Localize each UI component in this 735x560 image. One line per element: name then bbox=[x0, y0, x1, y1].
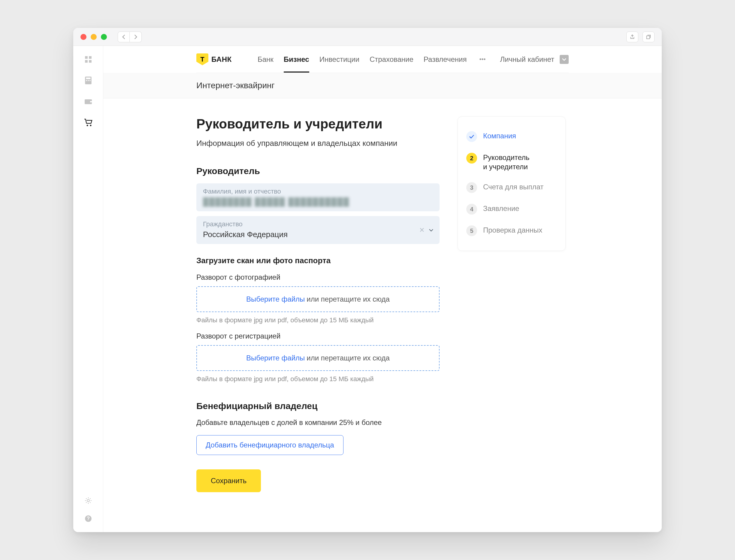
tab-bank[interactable]: Банк bbox=[257, 46, 273, 73]
step-application[interactable]: 4 Заявление bbox=[466, 198, 557, 220]
clear-icon[interactable]: ✕ bbox=[419, 226, 425, 234]
more-icon[interactable]: ••• bbox=[477, 56, 488, 63]
subheader: Интернет-эквайринг bbox=[103, 73, 662, 98]
citizenship-label: Гражданство bbox=[203, 220, 433, 228]
gear-icon[interactable] bbox=[84, 496, 93, 505]
titlebar bbox=[73, 28, 662, 46]
svg-rect-2 bbox=[89, 56, 92, 59]
step-label: Руководитель и учредители bbox=[483, 153, 530, 171]
svg-rect-7 bbox=[86, 80, 87, 81]
share-button[interactable] bbox=[626, 32, 638, 42]
step-verification[interactable]: 5 Проверка данных bbox=[466, 220, 557, 242]
file-hint-reg: Файлы в формате jpg или pdf, объемом до … bbox=[196, 375, 440, 383]
dropzone-hint: или перетащите их сюда bbox=[306, 295, 390, 303]
step-label: Компания bbox=[483, 131, 516, 140]
step-label: Заявление bbox=[483, 204, 519, 213]
minimize-window-icon[interactable] bbox=[91, 34, 97, 40]
beneficiary-heading: Бенефициарный владелец bbox=[196, 401, 440, 411]
nav-forward-button[interactable] bbox=[130, 32, 142, 42]
svg-rect-8 bbox=[88, 80, 89, 81]
dropzone-link[interactable]: Выберите файлы bbox=[246, 354, 305, 362]
wallet-icon[interactable] bbox=[84, 97, 93, 106]
citizenship-field[interactable]: Гражданство Российская Федерация ✕ bbox=[196, 216, 440, 244]
page-title: Руководитель и учредители bbox=[196, 116, 440, 131]
maximize-window-icon[interactable] bbox=[101, 34, 107, 40]
nav-arrows bbox=[118, 32, 142, 42]
main-content: Руководитель и учредители Информация об … bbox=[196, 116, 440, 492]
close-window-icon[interactable] bbox=[80, 34, 86, 40]
logo-text: БАНК bbox=[211, 55, 232, 64]
avatar-icon[interactable] bbox=[560, 55, 569, 64]
subheader-title: Интернет-эквайринг bbox=[196, 73, 569, 98]
svg-point-13 bbox=[90, 125, 91, 126]
step-badge: 2 bbox=[466, 153, 477, 164]
passport-heading: Загрузите скан или фото паспорта bbox=[196, 256, 440, 265]
svg-rect-1 bbox=[85, 56, 88, 59]
dropzone-registration[interactable]: Выберите файлы или перетащите их сюда bbox=[196, 345, 440, 371]
logo[interactable]: Т БАНК bbox=[196, 53, 232, 65]
content-scroll[interactable]: Т БАНК Банк Бизнес Инвестиции Страховани… bbox=[103, 46, 662, 532]
calculator-icon[interactable] bbox=[84, 76, 93, 85]
svg-rect-4 bbox=[89, 60, 92, 63]
file-hint-photo: Файлы в формате jpg или pdf, объемом до … bbox=[196, 316, 440, 324]
account-link[interactable]: Личный кабинет bbox=[500, 55, 554, 64]
citizenship-value: Российская Федерация bbox=[203, 230, 433, 239]
nav-back-button[interactable] bbox=[118, 32, 130, 42]
left-rail: ? bbox=[73, 46, 103, 532]
svg-rect-0 bbox=[647, 36, 650, 39]
svg-rect-9 bbox=[89, 80, 90, 81]
add-beneficiary-button[interactable]: Добавить бенефициарного владельца bbox=[196, 435, 343, 455]
svg-text:?: ? bbox=[87, 516, 90, 521]
tab-insurance[interactable]: Страхование bbox=[370, 46, 414, 73]
window-controls bbox=[80, 34, 107, 40]
step-badge: 3 bbox=[466, 182, 477, 193]
fio-label: Фамилия, имя и отчество bbox=[203, 188, 433, 195]
tabs-button[interactable] bbox=[643, 32, 655, 42]
upload-reg-label: Разворот с регистрацией bbox=[196, 332, 440, 340]
tab-business[interactable]: Бизнес bbox=[284, 46, 309, 73]
page-subtitle: Информация об управляющем и владельцах к… bbox=[196, 139, 440, 148]
beneficiary-desc: Добавьте владельцев с долей в компании 2… bbox=[196, 418, 440, 427]
tab-investments[interactable]: Инвестиции bbox=[319, 46, 359, 73]
grid-icon[interactable] bbox=[84, 55, 93, 64]
step-badge: 5 bbox=[466, 225, 477, 236]
fio-field[interactable]: Фамилия, имя и отчество ████████ █████ █… bbox=[196, 183, 440, 211]
logo-mark-icon: Т bbox=[196, 53, 208, 65]
svg-point-14 bbox=[87, 499, 89, 502]
upload-photo-label: Разворот с фотографией bbox=[196, 273, 440, 282]
stepper: Компания 2 Руководитель и учредители 3 С… bbox=[458, 116, 566, 251]
step-accounts[interactable]: 3 Счета для выплат bbox=[466, 177, 557, 198]
step-badge: 4 bbox=[466, 204, 477, 215]
topnav: Т БАНК Банк Бизнес Инвестиции Страховани… bbox=[196, 46, 569, 73]
dropzone-link[interactable]: Выберите файлы bbox=[246, 295, 305, 303]
svg-rect-3 bbox=[85, 60, 88, 63]
fio-value: ████████ █████ ██████████ bbox=[203, 197, 433, 206]
dropzone-photo[interactable]: Выберите файлы или перетащите их сюда bbox=[196, 286, 440, 312]
svg-point-12 bbox=[86, 125, 88, 126]
check-icon bbox=[466, 131, 477, 142]
browser-window: ? Т БАНК Банк Бизнес Инвестиции Страхова… bbox=[73, 28, 662, 532]
dropzone-hint: или перетащите их сюда bbox=[306, 354, 390, 362]
svg-rect-11 bbox=[90, 101, 92, 102]
save-button[interactable]: Сохранить bbox=[196, 469, 261, 492]
step-management[interactable]: 2 Руководитель и учредители bbox=[466, 147, 557, 177]
step-company[interactable]: Компания bbox=[466, 126, 557, 147]
svg-rect-6 bbox=[86, 77, 90, 79]
section-manager-heading: Руководитель bbox=[196, 166, 440, 176]
cart-icon[interactable] bbox=[84, 118, 93, 127]
topnav-tabs: Банк Бизнес Инвестиции Страхование Развл… bbox=[257, 46, 488, 73]
help-icon[interactable]: ? bbox=[84, 514, 93, 523]
step-label: Счета для выплат bbox=[483, 182, 544, 191]
chevron-down-icon[interactable] bbox=[429, 229, 434, 232]
tab-entertainment[interactable]: Развлечения bbox=[424, 46, 467, 73]
step-label: Проверка данных bbox=[483, 225, 542, 235]
